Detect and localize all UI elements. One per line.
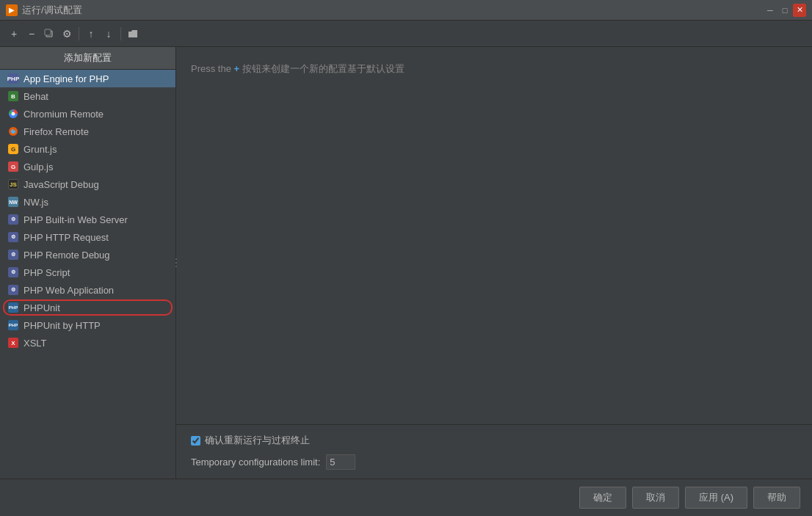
- list-item[interactable]: PHP PHPUnit by HTTP: [0, 316, 175, 334]
- php-web-icon: ⚙: [7, 284, 19, 296]
- bottom-section: 确认重新运行与过程终止 Temporary configurations lim…: [176, 424, 812, 479]
- remove-config-button[interactable]: −: [23, 26, 40, 42]
- add-config-button[interactable]: +: [6, 26, 22, 42]
- gulp-icon: G: [7, 161, 19, 172]
- list-item[interactable]: G Gulp.js: [0, 158, 175, 175]
- svg-point-3: [12, 112, 15, 116]
- list-item[interactable]: JS JavaScript Debug: [0, 175, 175, 193]
- copy-config-button[interactable]: [41, 26, 57, 42]
- list-item[interactable]: G Grunt.js: [0, 140, 175, 158]
- grunt-icon: G: [7, 143, 19, 155]
- list-item[interactable]: Firefox Remote: [0, 123, 175, 140]
- left-panel: 添加新配置 PHP App Engine for PHP B Behat: [0, 47, 176, 479]
- titlebar-left: ▶ 运行/调试配置: [6, 4, 82, 17]
- php-script-icon: ⚙: [7, 266, 19, 278]
- hint-area: Press the + 按钮来创建一个新的配置基于默认设置: [176, 47, 812, 92]
- temp-config-label: Temporary configurations limit:: [191, 457, 320, 468]
- toolbar-separator2: [120, 27, 121, 40]
- folder-button[interactable]: [125, 26, 141, 42]
- list-item[interactable]: ⚙ PHP Script: [0, 264, 175, 281]
- drag-handle[interactable]: [174, 248, 178, 277]
- minimize-button[interactable]: ─: [764, 4, 777, 17]
- add-config-header[interactable]: 添加新配置: [0, 47, 175, 70]
- list-item-label: Chromium Remote: [23, 109, 104, 120]
- hint-text-after: 按钮来创建一个新的配置基于默认设置: [242, 63, 405, 74]
- list-item[interactable]: ⚙ PHP Web Application: [0, 281, 175, 299]
- list-item-label: App Engine for PHP: [23, 73, 109, 84]
- list-item-label: NW.js: [23, 197, 48, 208]
- list-item-label: PHP HTTP Request: [23, 232, 109, 243]
- list-item[interactable]: ⚙ PHP Built-in Web Server: [0, 211, 175, 228]
- app-icon: ▶: [6, 4, 18, 16]
- move-up-button[interactable]: ↑: [83, 26, 99, 42]
- phpunit-list-item[interactable]: PHP PHPUnit: [0, 299, 175, 316]
- content-area: 添加新配置 PHP App Engine for PHP B Behat: [0, 47, 812, 479]
- temp-config-input[interactable]: [326, 454, 355, 470]
- list-item-label: PHP Script: [23, 267, 70, 278]
- hint-plus-icon: +: [234, 63, 240, 74]
- confirm-restart-checkbox[interactable]: [191, 436, 200, 446]
- hint-text-before: Press the: [191, 63, 231, 74]
- button-bar: 确定 取消 应用 (A) 帮助: [0, 479, 812, 516]
- maximize-button[interactable]: □: [778, 4, 791, 17]
- list-item-label: PHP Remote Debug: [23, 250, 110, 261]
- svg-rect-1: [45, 29, 51, 35]
- move-down-button[interactable]: ↓: [101, 26, 117, 42]
- list-item-label: PHP Built-in Web Server: [23, 214, 128, 225]
- list-item-label: Grunt.js: [23, 144, 57, 155]
- xslt-icon: X: [7, 337, 19, 349]
- behat-icon: B: [7, 90, 19, 102]
- list-item[interactable]: ⚙ PHP Remote Debug: [0, 246, 175, 264]
- list-item-label: Firefox Remote: [23, 126, 89, 137]
- ok-button[interactable]: 确定: [579, 487, 626, 509]
- phpunit-label: PHPUnit: [23, 302, 60, 313]
- list-item[interactable]: Chromium Remote: [0, 105, 175, 123]
- phpunit-icon: PHP: [7, 302, 19, 313]
- checkbox-row: 确认重新运行与过程终止: [191, 434, 797, 447]
- list-item-label: XSLT: [23, 338, 47, 349]
- list-item-label: PHPUnit by HTTP: [23, 320, 101, 331]
- dialog: + − ⚙ ↑ ↓ 添加新配置 PH: [0, 21, 812, 516]
- toolbar-separator: [79, 27, 79, 40]
- firefox-icon: [7, 126, 19, 137]
- chromium-icon: [7, 108, 19, 120]
- cancel-button[interactable]: 取消: [632, 487, 679, 509]
- list-item-label: Behat: [23, 91, 48, 102]
- list-item-label: Gulp.js: [23, 161, 53, 172]
- config-list: PHP App Engine for PHP B Behat: [0, 70, 175, 479]
- confirm-restart-label: 确认重新运行与过程终止: [205, 434, 310, 447]
- help-button[interactable]: 帮助: [753, 487, 800, 509]
- js-debug-icon: JS: [7, 178, 19, 190]
- nw-icon: NW: [7, 196, 19, 208]
- php-remote-icon: ⚙: [7, 249, 19, 261]
- php-http-icon: ⚙: [7, 231, 19, 243]
- list-item[interactable]: PHP App Engine for PHP: [0, 70, 175, 87]
- php-icon: PHP: [7, 73, 19, 84]
- php-builtin-icon: ⚙: [7, 214, 19, 225]
- apply-button[interactable]: 应用 (A): [685, 487, 747, 509]
- list-item[interactable]: ⚙ PHP HTTP Request: [0, 228, 175, 246]
- titlebar: ▶ 运行/调试配置 ─ □ ✕: [0, 0, 812, 21]
- list-item-label: PHP Web Application: [23, 285, 114, 296]
- list-item[interactable]: X XSLT: [0, 334, 175, 352]
- list-item-label: JavaScript Debug: [23, 179, 99, 190]
- close-button[interactable]: ✕: [793, 4, 806, 17]
- spacer: [176, 92, 812, 424]
- list-item[interactable]: NW NW.js: [0, 193, 175, 211]
- settings-button[interactable]: ⚙: [59, 26, 75, 42]
- window-controls[interactable]: ─ □ ✕: [764, 4, 806, 17]
- list-item[interactable]: B Behat: [0, 87, 175, 105]
- window-title: 运行/调试配置: [22, 4, 82, 17]
- right-panel: Press the + 按钮来创建一个新的配置基于默认设置 确认重新运行与过程终…: [176, 47, 812, 479]
- toolbar: + − ⚙ ↑ ↓: [0, 21, 812, 47]
- temp-config-row: Temporary configurations limit:: [191, 454, 797, 470]
- phpunit-http-icon: PHP: [7, 319, 19, 331]
